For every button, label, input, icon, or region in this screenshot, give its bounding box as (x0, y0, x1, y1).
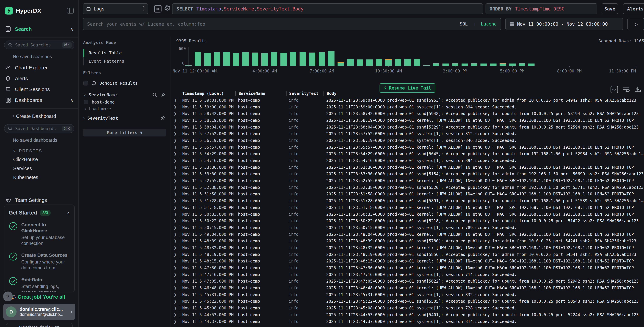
code-mode-icon[interactable]: <> (154, 5, 162, 12)
chevron-up-icon[interactable]: ∧ (67, 210, 70, 215)
row-expand-chevron-icon[interactable]: ❯ (171, 132, 180, 136)
histogram-bar[interactable] (395, 59, 401, 66)
user-menu[interactable]: D dominic.tran@clic... dominic.tran@clic… (4, 304, 75, 320)
histogram-bar[interactable] (528, 64, 534, 66)
table-row[interactable]: ❯Nov 11 5:54:29.000 PMhost-demoinfo2025-… (171, 151, 644, 158)
row-expand-chevron-icon[interactable]: ❯ (171, 239, 180, 243)
search-input[interactable]: Search your events w/ Lucene ex. column:… (83, 18, 501, 30)
table-row[interactable]: ❯Nov 11 5:58:04.000 PMhost-demoinfo2025-… (171, 124, 644, 130)
table-row[interactable]: ❯Nov 11 5:50:33.000 PMhost-demoinfo2025-… (171, 211, 644, 218)
histogram-bar[interactable] (194, 52, 201, 66)
analysis-mode-event-patterns[interactable]: Event Patterns (84, 57, 166, 65)
table-row[interactable]: ❯Nov 11 5:45:31.000 PMhost-demoinfo2025-… (171, 291, 644, 298)
table-row[interactable]: ❯Nov 11 5:58:42.000 PMhost-demoinfo2025-… (171, 110, 644, 117)
table-row[interactable]: ❯Nov 11 5:59:00.000 PMhost-demoinfo2025-… (171, 104, 644, 110)
histogram-bar[interactable] (452, 63, 458, 66)
analysis-mode-results-table[interactable]: Results Table (84, 49, 166, 57)
column-header-body[interactable]: Body (324, 91, 644, 96)
sidebar-item-search[interactable]: Search ∧ (0, 24, 78, 34)
table-row[interactable]: ❯Nov 11 5:53:36.000 PMhost-demoinfo2025-… (171, 164, 644, 171)
facet-load-more[interactable]: › Load more (84, 106, 166, 111)
table-row[interactable]: ❯Nov 11 5:48:19.000 PMhost-demoinfo2025-… (171, 251, 644, 258)
facet-search-icon[interactable] (152, 92, 157, 97)
histogram-bar[interactable] (366, 60, 373, 66)
table-row[interactable]: ❯Nov 11 5:48:32.000 PMhost-demoinfo2025-… (171, 244, 644, 251)
histogram-bar[interactable] (433, 63, 439, 66)
save-button[interactable]: Save (602, 4, 618, 14)
get-started-item[interactable]: Add DataStart sending logs, metrics, or … (9, 277, 70, 292)
table-row[interactable]: ❯Nov 11 5:50:15.000 PMhost-demoinfo2025-… (171, 224, 644, 231)
row-expand-chevron-icon[interactable]: ❯ (171, 279, 180, 284)
histogram-bar[interactable] (480, 64, 487, 66)
histogram-bar[interactable] (309, 52, 316, 66)
pin-icon[interactable] (161, 92, 166, 97)
table-row[interactable]: ❯Nov 11 5:52:55.000 PMhost-demoinfo2025-… (171, 177, 644, 184)
histogram-bar[interactable] (442, 64, 449, 66)
row-expand-chevron-icon[interactable]: ❯ (171, 219, 180, 223)
row-expand-chevron-icon[interactable]: ❯ (171, 272, 180, 277)
denoise-results-toggle[interactable]: Denoise Results (84, 81, 166, 86)
sidebar-item-preset-clickhouse[interactable]: ClickHouse (0, 155, 78, 164)
histogram-bar[interactable] (347, 59, 354, 66)
table-row[interactable]: ❯Nov 11 5:47:05.000 PMhost-demoinfo2025-… (171, 278, 644, 285)
histogram-bar[interactable] (300, 52, 306, 66)
get-started-item[interactable]: Create Data SourcesConfigure where your … (9, 252, 70, 271)
table-row[interactable]: ❯Nov 11 5:52:38.000 PMhost-demoinfo2025-… (171, 184, 644, 191)
sidebar-item-dashboards[interactable]: Dashboards ∧ (0, 95, 78, 106)
table-row[interactable]: ❯Nov 11 5:45:08.000 PMhost-demoinfo2025-… (171, 305, 644, 312)
histogram-bar[interactable] (519, 63, 525, 66)
row-expand-chevron-icon[interactable]: ❯ (171, 299, 180, 304)
table-row[interactable]: ❯Nov 11 5:48:39.000 PMhost-demoinfo2025-… (171, 238, 644, 244)
row-expand-chevron-icon[interactable]: ❯ (171, 320, 180, 324)
query-settings-gear-icon[interactable] (164, 4, 170, 11)
saved-dashboards-input[interactable]: Saved Dashboards ⌘K (4, 124, 74, 133)
facet-value-checkbox[interactable] (84, 100, 88, 104)
row-expand-chevron-icon[interactable]: ❯ (171, 105, 180, 109)
row-expand-chevron-icon[interactable]: ❯ (171, 165, 180, 170)
row-expand-chevron-icon[interactable]: ❯ (171, 145, 180, 149)
more-filters-button[interactable]: More filters ∨ (83, 129, 166, 136)
sidebar-item-alerts[interactable]: Alerts (0, 73, 78, 84)
row-expand-chevron-icon[interactable]: ❯ (171, 179, 180, 183)
row-expand-chevron-icon[interactable]: ❯ (171, 306, 180, 310)
language-toggle-sql[interactable]: SQL (460, 22, 468, 26)
histogram-bar[interactable] (233, 53, 239, 66)
select-clause-input[interactable]: SELECT Timestamp,ServiceName,SeverityTex… (172, 4, 483, 14)
histogram-bar[interactable] (509, 64, 516, 66)
histogram-bar[interactable] (328, 51, 334, 66)
row-expand-chevron-icon[interactable]: ❯ (171, 152, 180, 156)
histogram-bar[interactable] (318, 52, 325, 66)
create-dashboard-button[interactable]: + Create Dashboard (0, 111, 78, 121)
histogram-bar[interactable] (338, 62, 344, 66)
table-row[interactable]: ❯Nov 11 5:59:01.000 PMhost-demoinfo2025-… (171, 97, 644, 104)
histogram-bar[interactable] (404, 59, 411, 66)
table-row[interactable]: ❯Nov 11 5:51:28.000 PMhost-demoinfo2025-… (171, 198, 644, 204)
get-started-item[interactable]: Connect to ClickHouseSet up your databas… (9, 222, 70, 246)
histogram-bar[interactable] (385, 59, 392, 66)
row-expand-chevron-icon[interactable]: ❯ (171, 206, 180, 210)
row-expand-chevron-icon[interactable]: ❯ (171, 259, 180, 263)
orderby-clause-input[interactable]: ORDER BY TimestampTime DESC (486, 4, 597, 14)
histogram-bar[interactable] (490, 64, 496, 66)
presets-section-toggle[interactable]: ∨ PRESETS (0, 146, 78, 155)
table-row[interactable]: ❯Nov 11 5:47:16.000 PMhost-demoinfo2025-… (171, 271, 644, 278)
events-histogram[interactable]: 6000Nov 11 12:00:00 AM4:00:00 AM7:00:00 … (171, 40, 644, 76)
row-expand-chevron-icon[interactable]: ❯ (171, 125, 180, 129)
help-button[interactable]: ? (3, 292, 13, 301)
table-row[interactable]: ❯Nov 11 5:50:22.000 PMhost-demoinfo2025-… (171, 218, 644, 224)
sidebar-item-preset-kubernetes[interactable]: Kubernetes (0, 173, 78, 182)
histogram-bar[interactable] (423, 65, 430, 66)
row-expand-chevron-icon[interactable]: ❯ (171, 98, 180, 102)
histogram-bar[interactable] (500, 63, 506, 66)
run-query-button[interactable]: ▷ (628, 18, 644, 30)
table-row[interactable]: ❯Nov 11 5:45:22.000 PMhost-demoinfo2025-… (171, 298, 644, 305)
histogram-bar[interactable] (357, 60, 363, 66)
column-header-servicename[interactable]: ServiceName (235, 91, 286, 96)
row-expand-chevron-icon[interactable]: ❯ (171, 266, 180, 270)
histogram-bar[interactable] (204, 53, 211, 66)
facet-servicename[interactable]: ∨ServiceName (83, 92, 166, 97)
table-row[interactable]: ❯Nov 11 5:51:58.000 PMhost-demoinfo2025-… (171, 191, 644, 198)
table-row[interactable]: ❯Nov 11 5:44:53.000 PMhost-demoinfo2025-… (171, 312, 644, 318)
row-expand-chevron-icon[interactable]: ❯ (171, 138, 180, 142)
row-expand-chevron-icon[interactable]: ❯ (171, 112, 180, 116)
